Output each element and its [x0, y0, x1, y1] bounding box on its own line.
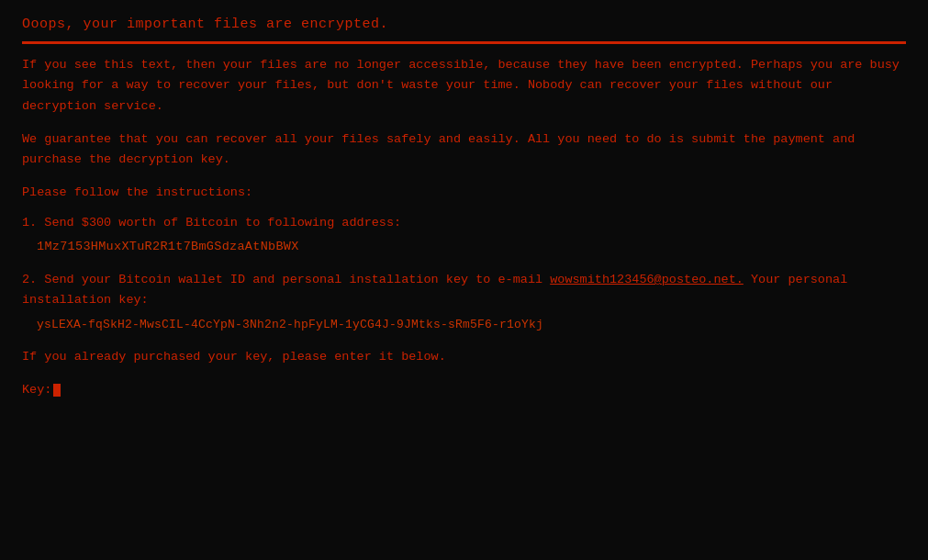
step-1: 1. Send $300 worth of Bitcoin to followi…	[22, 213, 906, 258]
footer-line: If you already purchased your key, pleas…	[22, 347, 906, 367]
key-label: Key:	[22, 380, 51, 400]
step-2-email: wowsmith123456@posteo.net.	[550, 273, 744, 286]
key-input-line: Key:	[22, 380, 906, 400]
paragraph-1: If you see this text, then your files ar…	[22, 55, 906, 117]
cursor	[53, 384, 61, 397]
step-1-label: 1. Send $300 worth of Bitcoin to followi…	[22, 213, 906, 233]
paragraph-2: We guarantee that you can recover all yo…	[22, 129, 906, 171]
instructions-header: Please follow the instructions:	[22, 183, 906, 203]
personal-key: ysLEXA-fqSkH2-MwsCIL-4CcYpN-3Nh2n2-hpFyL…	[37, 315, 906, 334]
bitcoin-address: 1Mz7153HMuxXTuR2R1t7BmGSdzaAtNbBWX	[37, 237, 906, 257]
step-2: 2. Send your Bitcoin wallet ID and perso…	[22, 270, 906, 334]
red-divider	[22, 41, 906, 44]
step-2-label: 2. Send your Bitcoin wallet ID and perso…	[22, 270, 906, 311]
main-content: If you see this text, then your files ar…	[22, 55, 906, 401]
title-line: Ooops, your important files are encrypte…	[22, 17, 906, 32]
